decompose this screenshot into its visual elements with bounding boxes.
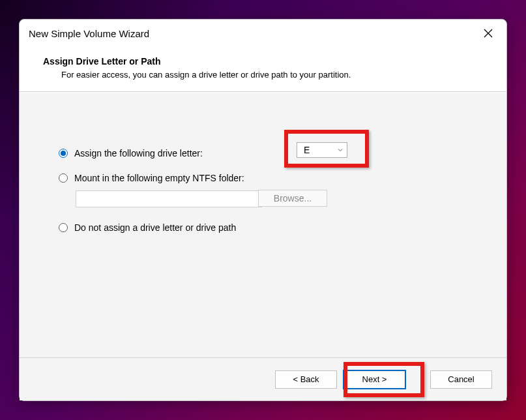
browse-button: Browse...: [258, 190, 327, 207]
back-button[interactable]: < Back: [275, 370, 337, 389]
assign-letter-label: Assign the following drive letter:: [74, 148, 203, 158]
wizard-header: Assign Drive Letter or Path For easier a…: [20, 47, 506, 92]
window-title: New Simple Volume Wizard: [29, 28, 475, 39]
titlebar: New Simple Volume Wizard: [20, 20, 506, 47]
wizard-dialog: New Simple Volume Wizard Assign Drive Le…: [19, 19, 507, 401]
option-mount-folder[interactable]: Mount in the following empty NTFS folder…: [59, 170, 506, 187]
chevron-down-icon: [338, 147, 343, 153]
content-area: Assign the following drive letter: E Mou…: [20, 92, 506, 357]
close-button[interactable]: [475, 23, 501, 43]
page-subtitle: For easier access, you can assign a driv…: [43, 70, 506, 80]
drive-letter-value: E: [304, 145, 338, 155]
radio-no-assign[interactable]: [59, 223, 68, 232]
option-no-assign[interactable]: Do not assign a drive letter or drive pa…: [59, 219, 506, 236]
footer: < Back Next > Cancel: [20, 357, 506, 400]
cancel-button[interactable]: Cancel: [430, 370, 492, 389]
drive-letter-select[interactable]: E: [297, 142, 347, 158]
mount-folder-label: Mount in the following empty NTFS folder…: [74, 173, 244, 183]
page-title: Assign Drive Letter or Path: [43, 56, 506, 67]
next-button[interactable]: Next >: [343, 370, 405, 389]
radio-mount-folder[interactable]: [59, 173, 68, 183]
close-icon: [484, 29, 493, 38]
folder-path-input: [76, 190, 262, 207]
radio-assign-letter[interactable]: [59, 149, 68, 158]
no-assign-label: Do not assign a drive letter or drive pa…: [74, 222, 236, 233]
option-assign-letter[interactable]: Assign the following drive letter:: [59, 145, 506, 162]
